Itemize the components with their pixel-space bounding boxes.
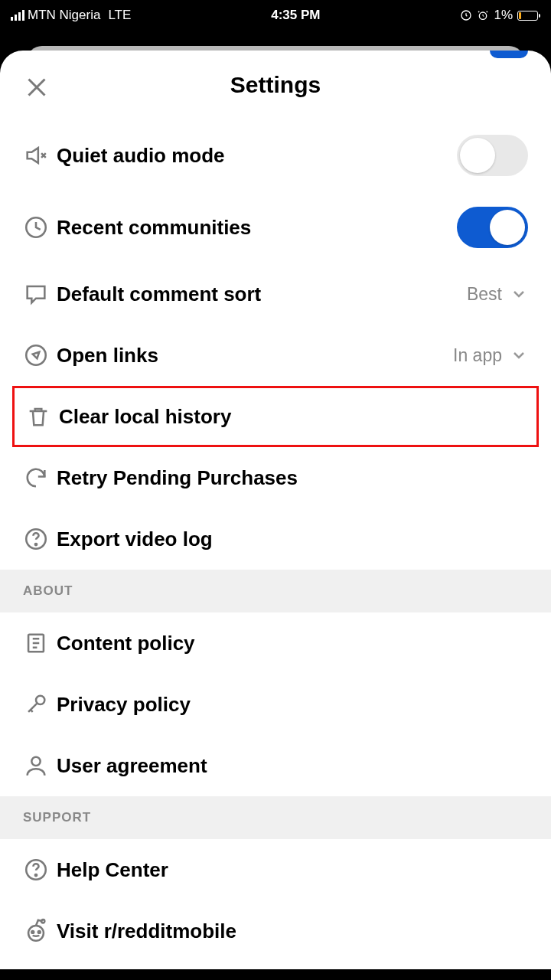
row-value: In app [453,345,502,366]
row-retry-pending-purchases[interactable]: Retry Pending Purchases [0,447,551,508]
svg-point-11 [28,926,44,941]
svg-point-10 [35,874,37,876]
chevron-down-icon [510,285,528,303]
toggle-quiet-audio[interactable] [457,135,528,176]
row-label: Export video log [57,528,528,551]
row-label: Content policy [57,632,528,655]
svg-point-12 [31,931,34,933]
key-icon [23,691,57,717]
row-default-comment-sort[interactable]: Default comment sort Best [0,263,551,325]
section-header-support: SUPPORT [0,796,551,839]
row-label: Quiet audio mode [57,144,457,168]
row-label: Retry Pending Purchases [57,466,528,490]
status-bar: MTN Nigeria LTE 4:35 PM 1% [0,0,551,31]
row-label: User agreement [57,754,528,778]
battery-icon [517,11,540,21]
battery-percent: 1% [494,8,513,23]
sheet-header: Settings [0,51,551,119]
svg-point-7 [36,696,44,704]
row-label: Clear local history [59,405,526,429]
row-content-policy[interactable]: Content policy [0,612,551,674]
svg-point-3 [26,345,46,365]
help-circle-icon [23,526,57,552]
refresh-icon [23,465,57,491]
person-icon [23,753,57,779]
close-icon [23,74,51,101]
clock-icon [23,214,57,240]
help-circle-icon [23,857,57,883]
row-label: Visit r/redditmobile [57,920,528,943]
network-label: LTE [108,8,131,23]
reddit-icon [23,918,57,944]
page-title: Settings [230,72,321,98]
row-label: Recent communities [57,216,457,240]
signal-icon [11,10,24,21]
row-label: Open links [57,344,453,368]
row-value: Best [467,284,502,305]
row-recent-communities[interactable]: Recent communities [0,191,551,263]
close-button[interactable] [21,72,52,103]
alarm-icon [477,9,489,21]
toggle-recent-communities[interactable] [457,207,528,248]
row-help-center[interactable]: Help Center [0,839,551,900]
document-icon [23,630,57,656]
row-label: Help Center [57,858,528,882]
svg-point-5 [35,544,37,545]
row-user-agreement[interactable]: User agreement [0,735,551,796]
row-privacy-policy[interactable]: Privacy policy [0,674,551,735]
comment-icon [23,281,57,307]
row-label: Privacy policy [57,693,528,717]
row-export-video-log[interactable]: Export video log [0,508,551,570]
row-open-links[interactable]: Open links In app [0,325,551,386]
row-label: Default comment sort [57,283,467,306]
trash-icon [25,403,59,430]
svg-point-8 [31,757,40,766]
row-visit-reddit-mobile[interactable]: Visit r/redditmobile [0,900,551,962]
speaker-muted-icon [23,142,57,168]
clock: 4:35 PM [271,8,320,23]
row-quiet-audio-mode[interactable]: Quiet audio mode [0,119,551,191]
settings-sheet: Settings Quiet audio mode Recent communi… [0,51,551,969]
chevron-down-icon [510,346,528,364]
row-clear-local-history[interactable]: Clear local history [12,386,539,447]
section-header-about: ABOUT [0,570,551,612]
svg-point-13 [38,931,41,933]
compass-icon [23,342,57,368]
carrier-label: MTN Nigeria [28,8,100,23]
rotation-lock-icon [460,9,472,21]
svg-point-14 [41,920,44,923]
